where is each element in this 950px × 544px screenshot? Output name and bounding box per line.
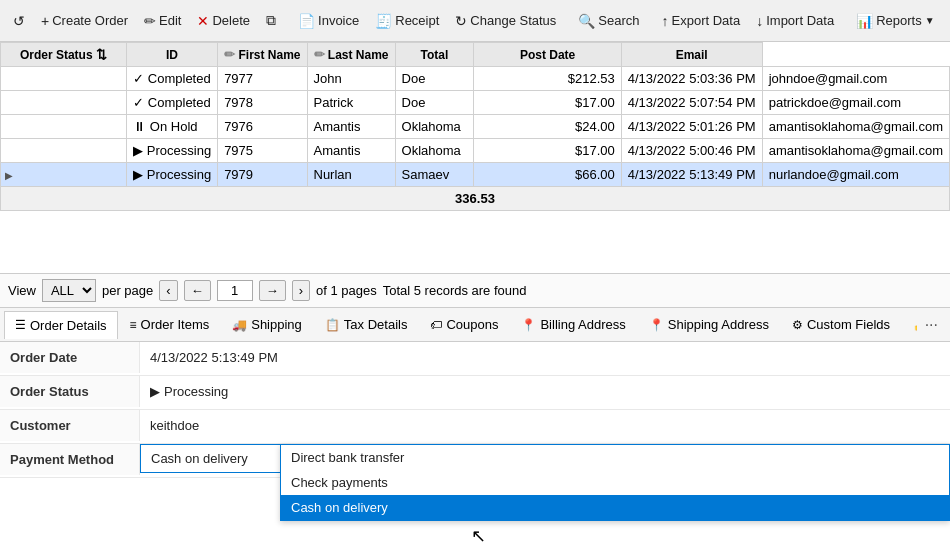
orders-table-area: Order Status ⇅ ID ✏ First Name ✏ Last Na… bbox=[0, 42, 950, 274]
per-page-label: per page bbox=[102, 283, 153, 298]
cell-last: Doe bbox=[395, 91, 474, 115]
prev-page-button[interactable]: ‹ bbox=[159, 280, 177, 301]
col-total[interactable]: Total bbox=[395, 43, 474, 67]
cell-status: ✓Completed bbox=[126, 91, 217, 115]
sort-icon: ⇅ bbox=[96, 47, 107, 62]
tab-custom-fields[interactable]: ⚙Custom Fields bbox=[781, 310, 901, 339]
change-status-button[interactable]: ↻ Change Status bbox=[448, 10, 563, 32]
col-post-date[interactable]: Post Date bbox=[474, 43, 621, 67]
of-pages: of 1 pages bbox=[316, 283, 377, 298]
payment-method-value[interactable]: Cash on delivery Direct bank transfer Ch… bbox=[140, 444, 950, 473]
cell-email: nurlandoe@gmail.com bbox=[762, 163, 949, 187]
cell-id: 7975 bbox=[218, 139, 307, 163]
more-tabs-button[interactable]: ··· bbox=[917, 316, 946, 334]
order-status-row: Order Status ▶ Processing bbox=[0, 376, 950, 410]
edit-button[interactable]: ✏ Edit bbox=[137, 10, 188, 32]
receipt-icon: 🧾 bbox=[375, 13, 392, 29]
reports-button[interactable]: 📊 Reports ▼ bbox=[849, 10, 941, 32]
search-button[interactable]: 🔍 Search bbox=[571, 10, 646, 32]
cell-status: ▶Processing bbox=[126, 139, 217, 163]
cell-last: Oklahoma bbox=[395, 139, 474, 163]
table-row[interactable]: ✓Completed7977JohnDoe$212.534/13/2022 5:… bbox=[1, 67, 950, 91]
payment-method-label: Payment Method bbox=[0, 444, 140, 475]
tab-label: Shipping bbox=[251, 317, 302, 332]
cell-id: 7976 bbox=[218, 115, 307, 139]
cell-first: John bbox=[307, 67, 395, 91]
receipt-button[interactable]: 🧾 Receipt bbox=[368, 10, 446, 32]
edit-icon: ✏ bbox=[144, 13, 156, 29]
cell-total: $17.00 bbox=[474, 139, 621, 163]
refresh-button[interactable]: ↺ bbox=[6, 10, 32, 32]
cell-total: $66.00 bbox=[474, 163, 621, 187]
table-row[interactable]: ▶Processing7975AmantisOklahoma$17.004/13… bbox=[1, 139, 950, 163]
cell-date: 4/13/2022 5:13:49 PM bbox=[621, 163, 762, 187]
tab-order-details[interactable]: ☰Order Details bbox=[4, 311, 118, 340]
cell-email: patrickdoe@gmail.com bbox=[762, 91, 949, 115]
option-direct-bank[interactable]: Direct bank transfer bbox=[281, 445, 949, 470]
page-input[interactable] bbox=[217, 280, 253, 301]
cell-first: Patrick bbox=[307, 91, 395, 115]
expand-cell-empty bbox=[1, 115, 127, 139]
create-order-button[interactable]: + Create Order bbox=[34, 10, 135, 32]
order-date-value: 4/13/2022 5:13:49 PM bbox=[140, 342, 950, 373]
tab-order-notes[interactable]: 👍Order Notes bbox=[902, 310, 917, 339]
cell-last: Doe bbox=[395, 67, 474, 91]
option-check[interactable]: Check payments bbox=[281, 470, 949, 495]
import-button[interactable]: ↓ Import Data bbox=[749, 10, 841, 32]
status-icon: ✓ bbox=[133, 71, 144, 86]
order-date-label: Order Date bbox=[0, 342, 140, 373]
status-icon: ✓ bbox=[133, 95, 144, 110]
tab-shipping[interactable]: 🚚Shipping bbox=[221, 310, 313, 339]
next-page-button[interactable]: › bbox=[292, 280, 310, 301]
col-last-name[interactable]: ✏ Last Name bbox=[307, 43, 395, 67]
invoice-button[interactable]: 📄 Invoice bbox=[291, 10, 366, 32]
tab-icon: ⚙ bbox=[792, 318, 803, 332]
cell-total: $24.00 bbox=[474, 115, 621, 139]
tab-icon: 🏷 bbox=[430, 318, 442, 332]
col-email[interactable]: Email bbox=[621, 43, 762, 67]
per-page-select[interactable]: ALL102550100 bbox=[42, 279, 96, 302]
tab-label: Shipping Address bbox=[668, 317, 769, 332]
delete-icon: ✕ bbox=[197, 13, 209, 29]
cell-first: Amantis bbox=[307, 139, 395, 163]
delete-button[interactable]: ✕ Delete bbox=[190, 10, 257, 32]
export-button[interactable]: ↑ Export Data bbox=[655, 10, 748, 32]
table-row[interactable]: ⏸On Hold7976AmantisOklahoma$24.004/13/20… bbox=[1, 115, 950, 139]
detail-tabs: ☰Order Details≡Order Items🚚Shipping📋Tax … bbox=[0, 308, 950, 342]
grand-total: 336.53 bbox=[1, 187, 950, 211]
col-first-name[interactable]: ✏ First Name bbox=[218, 43, 307, 67]
order-status-label: Order Status bbox=[0, 376, 140, 407]
cell-last: Oklahoma bbox=[395, 115, 474, 139]
tab-icon: 📋 bbox=[325, 318, 340, 332]
tab-billing-address[interactable]: 📍Billing Address bbox=[510, 310, 636, 339]
tab-icon: ☰ bbox=[15, 318, 26, 332]
status-icon: ▶ bbox=[133, 143, 143, 158]
reports-icon: 📊 bbox=[856, 13, 873, 29]
cell-status: ⏸On Hold bbox=[126, 115, 217, 139]
tab-label: Order Details bbox=[30, 318, 107, 333]
tab-shipping-address[interactable]: 📍Shipping Address bbox=[638, 310, 780, 339]
duplicate-button[interactable]: ⧉ bbox=[259, 9, 283, 32]
expand-cell[interactable]: ▶ bbox=[1, 163, 127, 187]
view-button[interactable]: ⊞ View ▼ bbox=[944, 10, 950, 32]
tab-tax-details[interactable]: 📋Tax Details bbox=[314, 310, 419, 339]
table-row[interactable]: ✓Completed7978PatrickDoe$17.004/13/2022 … bbox=[1, 91, 950, 115]
tab-order-items[interactable]: ≡Order Items bbox=[119, 310, 221, 339]
prev-button[interactable]: ← bbox=[184, 280, 211, 301]
expand-cell-empty bbox=[1, 91, 127, 115]
edit-col-icon2: ✏ bbox=[314, 47, 325, 62]
cell-status: ✓Completed bbox=[126, 67, 217, 91]
payment-method-dropdown[interactable]: Direct bank transfer Check payments Cash… bbox=[280, 444, 950, 521]
col-status[interactable]: Order Status ⇅ bbox=[1, 43, 127, 67]
table-row[interactable]: ▶▶Processing7979NurlanSamaev$66.004/13/2… bbox=[1, 163, 950, 187]
next-button[interactable]: → bbox=[259, 280, 286, 301]
cell-date: 4/13/2022 5:07:54 PM bbox=[621, 91, 762, 115]
plus-icon: + bbox=[41, 13, 49, 29]
order-status-value: ▶ Processing bbox=[140, 376, 950, 407]
tab-coupons[interactable]: 🏷Coupons bbox=[419, 310, 509, 339]
option-cash[interactable]: Cash on delivery bbox=[281, 495, 949, 520]
col-id[interactable]: ID bbox=[126, 43, 217, 67]
cell-id: 7978 bbox=[218, 91, 307, 115]
customer-label: Customer bbox=[0, 410, 140, 441]
cell-first: Nurlan bbox=[307, 163, 395, 187]
